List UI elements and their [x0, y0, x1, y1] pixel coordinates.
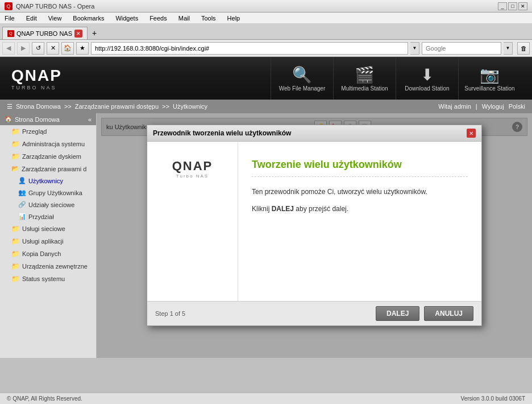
dialog-logo: QNAP Turbo NAS — [172, 159, 213, 179]
minimize-button[interactable]: _ — [498, 2, 507, 10]
nav-download-station[interactable]: ⬇ Download Station — [396, 57, 458, 100]
dialog-titlebar: Przewodnik tworzenia wielu użytkowników … — [147, 125, 481, 142]
sidebar-toggle-icon[interactable]: ☰ — [7, 103, 13, 110]
sidebar-label-quota: Przydział — [28, 213, 54, 220]
create-users-dialog: Przewodnik tworzenia wielu użytkowników … — [147, 125, 482, 326]
maximize-button[interactable]: □ — [508, 2, 517, 10]
app-topbar: ☰ Strona Domowa >> Zarządzanie prawami d… — [0, 100, 532, 113]
sidebar-header: 🏠 Strona Domowa « — [0, 113, 96, 125]
quota-icon: 📊 — [18, 213, 26, 220]
dialog-footer: Step 1 of 5 DALEJ ANULUJ — [147, 301, 481, 325]
menu-help[interactable]: Help — [225, 14, 243, 23]
close-button[interactable]: ✕ — [518, 2, 527, 10]
home-button[interactable]: 🏠 — [61, 42, 74, 55]
sidebar-item-admin[interactable]: 📁 Administracja systemu — [0, 138, 96, 150]
sidebar-item-przeglad[interactable]: 📁 Przegląd — [0, 125, 96, 138]
share-icon: 🔗 — [18, 201, 26, 208]
topbar-users: Użytkownicy — [173, 103, 207, 110]
download-station-icon: ⬇ — [421, 65, 434, 84]
topbar-logout[interactable]: Wyloguj — [482, 103, 504, 110]
web-file-manager-icon: 🔍 — [292, 65, 312, 84]
sidebar-header-label: Strona Domowa — [15, 116, 60, 123]
lang-selector[interactable]: Polski — [509, 103, 525, 110]
folder-icon-7: 📁 — [11, 262, 20, 270]
sidebar-collapse-button[interactable]: « — [88, 116, 92, 123]
topbar-access-mgmt: Zarządzanie prawami dostępu — [75, 103, 159, 110]
menu-tools[interactable]: Tools — [199, 14, 218, 23]
nav-surveillance-station[interactable]: 📷 Surveillance Station — [458, 57, 521, 100]
bookmark-button[interactable]: ★ — [76, 42, 89, 55]
folder-icon-3: 📁 — [11, 152, 20, 160]
url-dropdown-button[interactable]: ▼ — [410, 42, 419, 55]
folder-icon-2: 📁 — [11, 140, 20, 148]
sidebar-item-external[interactable]: 📁 Urządzenia zewnętrzne — [0, 260, 96, 273]
reload-button[interactable]: ↺ — [32, 42, 44, 55]
url-input[interactable] — [91, 42, 408, 55]
sidebar-label-przeglad: Przegląd — [22, 128, 47, 135]
nav-web-file-manager[interactable]: 🔍 Web File Manager — [271, 57, 333, 100]
sidebar-label-access: Zarządzanie prawami d — [22, 166, 86, 172]
dalej-button[interactable]: DALEJ — [376, 306, 419, 321]
tab-close-button[interactable]: ✕ — [74, 30, 82, 38]
sidebar-item-backup[interactable]: 📁 Kopia Danych — [0, 248, 96, 260]
sidebar-label-disk: Zarządzanie dyskiem — [22, 153, 81, 160]
dialog-close-button[interactable]: ✕ — [467, 129, 476, 138]
menu-bookmarks[interactable]: Bookmarks — [70, 14, 106, 23]
tab-favicon-icon: Q — [7, 30, 14, 37]
menu-file[interactable]: File — [2, 14, 17, 23]
qnap-turbo-nas-text: Turbo NAS — [11, 85, 62, 90]
sidebar-item-network-services[interactable]: 📁 Usługi sieciowe — [0, 222, 96, 235]
window-controls[interactable]: _ □ ✕ — [498, 2, 527, 10]
topbar-home[interactable]: Strona Domowa — [16, 103, 61, 110]
folder-open-icon: 📂 — [11, 165, 19, 172]
dialog-text1: Ten przewodnik pomoże Ci, utworzyć wielu… — [252, 186, 468, 199]
dialog-buttons: DALEJ ANULUJ — [376, 306, 473, 321]
menu-edit[interactable]: Edit — [24, 14, 39, 23]
trash-button[interactable]: 🗑 — [517, 42, 530, 55]
nav-multimedia-station[interactable]: 🎬 Multimedia Station — [333, 57, 396, 100]
sidebar-item-access[interactable]: 📂 Zarządzanie prawami d — [0, 163, 96, 175]
sidebar-item-app-services[interactable]: 📁 Usługi aplikacji — [0, 235, 96, 248]
dialog-logo-text: QNAP — [172, 159, 213, 174]
browser-tab[interactable]: Q QNAP TURBO NAS ✕ — [2, 27, 88, 39]
sidebar-item-disk[interactable]: 📁 Zarządzanie dyskiem — [0, 150, 96, 163]
sidebar-label-backup: Kopia Danych — [22, 250, 61, 257]
sidebar-item-status[interactable]: 📁 Status systemu — [0, 273, 96, 285]
search-dropdown-button[interactable]: ▼ — [504, 42, 513, 55]
content-area: ku Użytkowników Akcja 🔑 ✏️ 🔒 📋 ? Przewod… — [97, 113, 532, 358]
main-layout: 🏠 Strona Domowa « 📁 Przegląd 📁 Administr… — [0, 113, 532, 358]
dialog-text2: Kliknij DALEJ aby przejść dalej. — [252, 203, 468, 216]
search-input[interactable] — [422, 42, 501, 55]
breadcrumb-sep1: >> — [64, 103, 72, 110]
forward-button[interactable]: ▶ — [17, 42, 30, 55]
back-button[interactable]: ◀ — [2, 42, 15, 55]
menu-feeds[interactable]: Feeds — [147, 14, 169, 23]
sidebar-item-quota[interactable]: 📊 Przydział — [0, 211, 96, 222]
dialog-text2-bold: DALEJ — [272, 205, 294, 213]
stop-button[interactable]: ✕ — [47, 42, 59, 55]
sidebar-label-users: Użytkownicy — [28, 178, 63, 184]
topbar-right: Witaj admin | Wyloguj Polski — [438, 103, 525, 110]
new-tab-button[interactable]: + — [88, 27, 101, 39]
sidebar-item-groups[interactable]: 👥 Grupy Użytkownika — [0, 187, 96, 199]
menu-view[interactable]: View — [46, 14, 64, 23]
sidebar-item-shares[interactable]: 🔗 Udziały sieciowe — [0, 199, 96, 211]
surveillance-station-icon: 📷 — [480, 65, 500, 84]
menu-mail[interactable]: Mail — [176, 14, 192, 23]
dialog-text2-prefix: Kliknij — [252, 205, 272, 213]
dialog-heading: Tworzenie wielu użytkowników — [252, 159, 468, 177]
multimedia-station-icon: 🎬 — [355, 65, 375, 84]
home-icon: 🏠 — [5, 116, 13, 123]
dialog-title-text: Przewodnik tworzenia wielu użytkowników — [153, 129, 467, 137]
menu-bar: File Edit View Bookmarks Widgets Feeds M… — [0, 13, 532, 24]
sidebar-label-status: Status systemu — [22, 275, 65, 282]
sidebar-label-shares: Udziały sieciowe — [28, 201, 74, 208]
breadcrumb-sep2: >> — [162, 103, 169, 110]
sidebar-item-users[interactable]: 👤 Użytkownicy — [0, 175, 96, 187]
anuluj-button[interactable]: ANULUJ — [424, 306, 473, 321]
menu-widgets[interactable]: Widgets — [113, 14, 140, 23]
multimedia-station-label: Multimedia Station — [341, 85, 388, 92]
sidebar-label-external: Urządzenia zewnętrzne — [22, 263, 88, 270]
download-station-label: Download Station — [405, 85, 449, 92]
dialog-right-panel: Tworzenie wielu użytkowników Ten przewod… — [238, 142, 481, 301]
